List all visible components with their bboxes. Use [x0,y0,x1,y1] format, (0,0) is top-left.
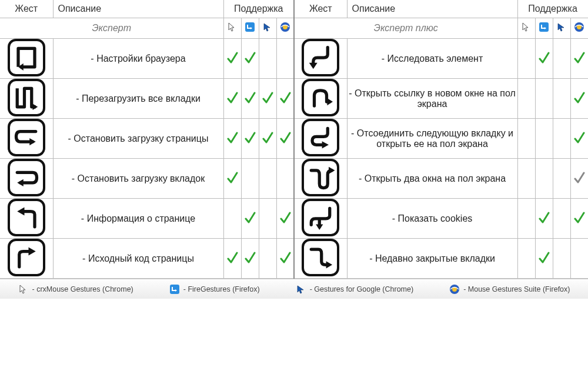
gesture-icon [302,239,339,276]
app3-right [553,18,570,39]
desc-cell: - Остановить загрузку страницы [53,119,223,159]
app3-left [259,18,276,39]
col-gesture-left: Жест [0,0,53,18]
check-icon [279,89,291,106]
check-icon [279,249,291,266]
header-row: Жест Описание Поддержка Жест Описание По… [0,0,588,18]
support-cell [570,239,588,279]
support-cell [535,79,553,119]
gesture-cell [294,119,347,159]
legend-label: Mouse Gestures Suite (Firefox) [468,285,570,293]
gesture-cell [294,239,347,279]
desc-cell: - Исходный код страницы [53,239,223,279]
check-icon [538,49,550,66]
table-row: - Остановить загрузку страницы- Отсоедин… [0,119,588,159]
support-cell [553,39,570,79]
support-cell [241,119,259,159]
support-cell [570,39,588,79]
gesture-icon [8,159,45,196]
col-desc-left: Описание [53,0,223,18]
desc-cell: - Информация о странице [53,199,223,239]
col-support-right: Поддержка [517,0,588,18]
gesture-cell [294,199,347,239]
support-cell [241,239,259,279]
support-cell [535,39,553,79]
table-row: - Настройки браузера- Исследовать элемен… [0,39,588,79]
desc-cell: - Остановить загрузку вкладок [53,159,223,199]
check-icon [279,129,291,146]
check-icon [244,209,256,226]
support-cell [259,239,276,279]
legend-item-crxmouse: - crxMouse Gestures (Chrome) [18,284,133,295]
legend-item-mgs: - Mouse Gestures Suite (Firefox) [449,284,570,295]
support-cell [276,119,294,159]
support-cell [241,39,259,79]
desc-cell: - Показать cookies [347,199,517,239]
cursor-icon [227,22,238,32]
support-cell [276,199,294,239]
support-cell [223,199,241,239]
check-icon [262,89,273,106]
desc-text: Перезагрузить все вкладки [82,93,201,103]
svg-rect-3 [539,22,549,32]
check-icon [226,249,238,266]
support-cell [223,239,241,279]
check-icon [538,249,550,266]
group-right: Эксперт плюс [294,18,517,39]
support-cell [570,119,588,159]
desc-cell: - Исследовать элемент [347,39,517,79]
support-cell [570,159,588,199]
support-cell [223,159,241,199]
check-icon [573,89,585,106]
gesture-cell [0,39,53,79]
check-icon [573,49,585,66]
gesture-icon [8,199,45,236]
support-cell [276,39,294,79]
gesture-icon [8,79,45,116]
desc-text: Показать cookies [398,213,473,223]
gestures-table: Жест Описание Поддержка Жест Описание По… [0,0,588,279]
support-cell [241,79,259,119]
gesture-cell [0,159,53,199]
mouse-suite-icon [280,22,290,32]
firegestures-icon [539,22,549,32]
desc-cell: - Открыть ссылку в новом окне на пол экр… [347,79,517,119]
support-cell [241,159,259,199]
support-cell [259,159,276,199]
support-cell [553,79,570,119]
support-cell [570,79,588,119]
gesture-icon [302,79,339,116]
mouse-suite-icon [574,22,584,32]
group-header-row: Эксперт Эксперт плюс [0,18,588,39]
check-icon [538,209,550,226]
check-icon [262,129,273,146]
support-cell [223,39,241,79]
support-cell [223,119,241,159]
app2-left [241,18,259,39]
gesture-cell [0,119,53,159]
gesture-cell [294,79,347,119]
check-icon [244,49,256,66]
app1-left [223,18,241,39]
support-cell [535,239,553,279]
desc-text: Недавно закрытые вкладки [375,253,495,263]
support-cell [276,79,294,119]
check-icon [244,129,256,146]
desc-cell: - Открыть два окна на пол экрана [347,159,517,199]
desc-text: Остановить загрузку страницы [74,133,208,143]
support-cell [223,79,241,119]
support-cell [276,239,294,279]
check-icon [226,129,238,146]
col-support-left: Поддержка [223,0,294,18]
support-cell [259,39,276,79]
support-cell [241,199,259,239]
app4-left [276,18,294,39]
desc-text: Отсоединить следующую вкладку и открыть … [357,128,513,149]
gesture-icon [8,119,45,156]
check-icon [244,89,256,106]
svg-rect-6 [170,285,179,294]
svg-rect-0 [245,22,255,32]
gesture-cell [294,39,347,79]
gestures-google-icon [296,284,306,295]
legend-bar: - crxMouse Gestures (Chrome) - FireGestu… [0,279,588,299]
